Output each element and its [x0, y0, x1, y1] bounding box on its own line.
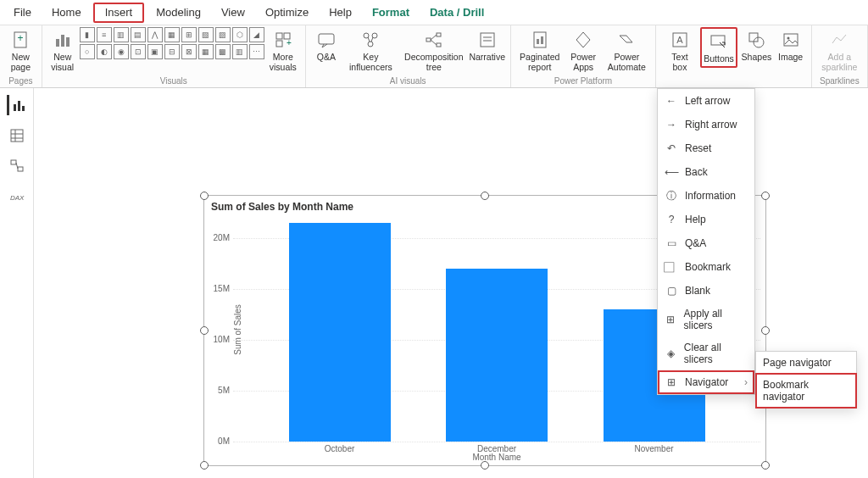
paginated-icon	[529, 29, 551, 51]
svg-rect-36	[11, 130, 23, 142]
qa-icon	[315, 29, 337, 51]
svg-rect-35	[22, 106, 25, 111]
menu-item-back[interactable]: ⟵Back	[658, 160, 754, 184]
visual-type[interactable]: ▤	[131, 27, 146, 42]
visual-type[interactable]: ◉	[114, 44, 129, 59]
data-view-button[interactable]	[7, 125, 27, 146]
visual-type[interactable]: ⊞	[181, 27, 197, 42]
new-page-button[interactable]: + New page	[5, 27, 36, 74]
svg-point-30	[754, 37, 764, 47]
visual-type[interactable]: ▧	[198, 27, 214, 42]
svg-line-19	[431, 40, 437, 45]
buttons-button[interactable]: Buttons	[700, 27, 737, 68]
svg-rect-2	[56, 39, 59, 47]
menu-item-information[interactable]: ⓘInformation	[658, 184, 754, 208]
svg-rect-31	[784, 34, 798, 46]
menu-label: Blank	[685, 285, 710, 297]
textbox-icon: A	[669, 29, 691, 51]
tab-data-drill[interactable]: Data / Drill	[420, 0, 494, 25]
menu-item-navigator[interactable]: ⊞Navigator›	[658, 370, 754, 394]
menu-icon: ?	[665, 213, 678, 226]
visual-type[interactable]: ⊠	[181, 44, 197, 59]
menu-item-bookmark[interactable]: ⃞Bookmark	[658, 255, 754, 279]
menu-label: Navigator	[685, 376, 728, 388]
svg-text:A: A	[676, 35, 683, 45]
tab-view[interactable]: View	[211, 0, 255, 25]
visual-type[interactable]: ⬡	[232, 27, 248, 42]
visual-type[interactable]: ≡	[97, 27, 112, 42]
menu-item-clear-all-slicers[interactable]: ◈Clear all slicers	[658, 336, 754, 370]
qa-button[interactable]: Q&A	[311, 27, 342, 64]
bar[interactable]	[289, 223, 391, 442]
dax-view-button[interactable]: DAX	[7, 186, 27, 207]
narrative-button[interactable]: Narrative	[470, 27, 505, 64]
svg-rect-17	[437, 43, 441, 47]
menu-item-q&a[interactable]: ▭Q&A	[658, 231, 754, 255]
key-influencers-button[interactable]: Key influencers	[343, 27, 398, 74]
tab-format[interactable]: Format	[362, 0, 420, 25]
tab-optimize[interactable]: Optimize	[255, 0, 319, 25]
label: Power Automate	[606, 53, 647, 72]
menu-item-left-arrow[interactable]: ←Left arrow	[658, 89, 754, 113]
narrative-icon	[476, 29, 498, 51]
visual-type[interactable]: ▥	[232, 44, 248, 59]
menu-label: Q&A	[685, 237, 706, 249]
visual-type[interactable]: ◢	[249, 27, 264, 42]
visual-type[interactable]: ⊟	[164, 44, 180, 59]
decomposition-tree-button[interactable]: Decomposition tree	[400, 27, 468, 74]
bookmark-navigator-item[interactable]: Bookmark navigator	[756, 374, 856, 408]
menu-item-help[interactable]: ?Help	[658, 208, 754, 231]
menu-icon: ▢	[665, 284, 678, 297]
visual-type[interactable]: ○	[80, 44, 95, 59]
visual-type[interactable]: ▦	[164, 27, 180, 42]
group-ai-visuals: Q&A Key influencers Decomposition tree N…	[306, 25, 511, 87]
tab-insert[interactable]: Insert	[93, 3, 145, 23]
menu-item-reset[interactable]: ↶Reset	[658, 136, 754, 160]
visual-type[interactable]: ▣	[147, 44, 163, 59]
svg-rect-15	[426, 38, 431, 42]
more-visuals-button[interactable]: + More visuals	[266, 27, 300, 74]
menu-icon: ⊞	[665, 313, 677, 326]
report-view-button[interactable]	[7, 95, 27, 115]
group-label: AI visuals	[390, 76, 426, 87]
visual-type[interactable]: ◐	[97, 44, 112, 59]
text-box-button[interactable]: AText box	[661, 27, 698, 74]
svg-line-13	[368, 37, 370, 42]
visual-type[interactable]: ▥	[114, 27, 129, 42]
power-apps-button[interactable]: Power Apps	[565, 27, 602, 74]
visual-type[interactable]: ▩	[215, 44, 231, 59]
shapes-button[interactable]: Shapes	[739, 27, 773, 64]
svg-text:DAX: DAX	[10, 194, 25, 202]
label: Bookmark navigator	[763, 379, 849, 403]
power-automate-button[interactable]: Power Automate	[603, 27, 650, 74]
menu-item-right-arrow[interactable]: →Right arrow	[658, 113, 754, 136]
visual-type[interactable]: ▮	[80, 27, 95, 42]
visual-type[interactable]: ▦	[198, 44, 214, 59]
visual-type[interactable]: ⊡	[131, 44, 146, 59]
svg-line-14	[371, 37, 373, 42]
buttons-icon	[708, 31, 730, 53]
visual-type[interactable]: ▨	[215, 27, 231, 42]
new-visual-button[interactable]: New visual	[47, 27, 78, 74]
group-label: Pages	[8, 76, 32, 87]
menu-item-apply-all-slicers[interactable]: ⊞Apply all slicers	[658, 303, 754, 336]
paginated-report-button[interactable]: Paginated report	[516, 27, 564, 74]
bar[interactable]	[446, 269, 548, 442]
svg-line-42	[16, 163, 18, 169]
y-tick: 5M	[208, 386, 230, 395]
tab-file[interactable]: File	[3, 0, 42, 25]
menu-icon: ⃞	[665, 260, 678, 274]
svg-rect-16	[437, 33, 441, 36]
model-view-button[interactable]	[7, 156, 27, 176]
ki-icon	[359, 29, 381, 51]
visual-type[interactable]: ⋯	[249, 44, 264, 59]
menu-item-blank[interactable]: ▢Blank	[658, 279, 754, 303]
menu-label: Bookmark	[685, 261, 731, 273]
tab-help[interactable]: Help	[319, 0, 362, 25]
tab-home[interactable]: Home	[42, 0, 92, 25]
visual-type[interactable]: ⋀	[147, 27, 163, 42]
page-navigator-item[interactable]: Page navigator	[756, 352, 856, 374]
image-button[interactable]: Image	[776, 27, 806, 64]
tab-modeling[interactable]: Modeling	[146, 0, 211, 25]
image-icon	[780, 29, 802, 51]
